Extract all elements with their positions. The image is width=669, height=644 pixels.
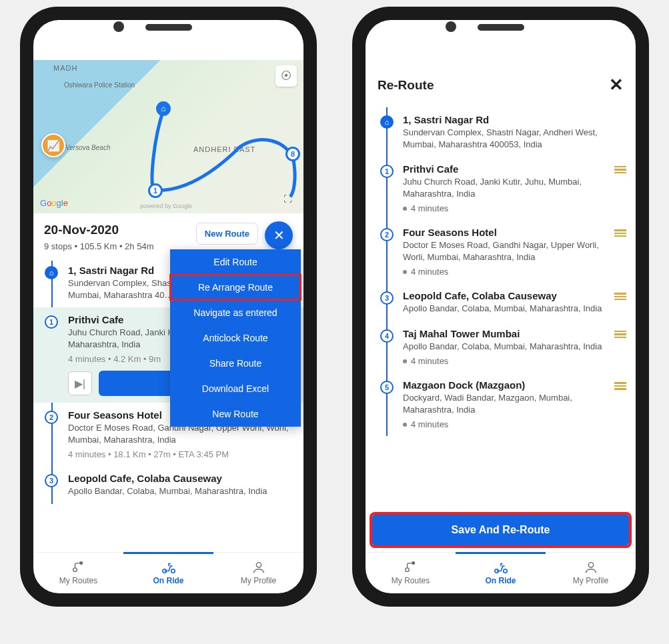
- stop-address: Apollo Bandar, Colaba, Mumbai, Maharasht…: [403, 303, 606, 315]
- svg-point-8: [503, 569, 507, 573]
- menu-rearrange-route[interactable]: Re Arrange Route: [170, 275, 301, 300]
- profile-icon: [584, 561, 598, 574]
- route-context-menu: Edit Route Re Arrange Route Navigate as …: [170, 249, 301, 427]
- map-marker-8[interactable]: 8: [285, 147, 300, 161]
- svg-point-6: [412, 562, 414, 565]
- reroute-stop-list[interactable]: ⌂ 1, Sastri Nagar Rd Sundervan Complex, …: [366, 102, 636, 511]
- route-header: 20-Nov-2020 9 stops • 105.5 Km • 2h 54m …: [33, 213, 303, 258]
- drag-handle-icon[interactable]: [614, 382, 626, 389]
- stop-number: 1: [45, 315, 58, 329]
- map-attribution: powered by Google: [140, 203, 192, 209]
- stop-number: 5: [380, 381, 394, 394]
- menu-share-route[interactable]: Share Route: [170, 351, 301, 376]
- reroute-item-home[interactable]: ⌂ 1, Sastri Nagar Rd Sundervan Complex, …: [366, 107, 636, 157]
- stop-number: 1: [380, 165, 394, 178]
- svg-point-3: [171, 569, 175, 573]
- stop-title: Prithvi Cafe: [403, 163, 606, 175]
- stop-number: 2: [380, 228, 394, 241]
- menu-download-excel[interactable]: Download Excel: [170, 376, 301, 401]
- stop-address: Apollo Bandar, Colaba, Mumbai, Maharasht…: [403, 341, 606, 353]
- reroute-item-3[interactable]: 3 Leopold Cafe, Colaba Causeway Apollo B…: [366, 283, 636, 321]
- stop-address: Juhu Church Road, Janki Kutir, Juhu, Mum…: [403, 176, 606, 199]
- home-icon: ⌂: [45, 266, 58, 279]
- svg-point-9: [588, 563, 593, 567]
- home-icon: ⌂: [380, 115, 394, 129]
- stop-meta: 4 minutes • 18.1 Km • 27m • ETA 3:45 PM: [68, 449, 294, 459]
- stop-eta: 4 minutes: [403, 203, 606, 213]
- phone-left: MADH Oshiwara Police Station Versova Bea…: [20, 7, 317, 607]
- menu-new-route[interactable]: New Route: [170, 401, 301, 427]
- new-route-button[interactable]: New Route: [196, 223, 258, 245]
- tab-my-profile[interactable]: My Profile: [546, 553, 636, 593]
- stop-title: Four Seasons Hotel: [403, 227, 606, 238]
- phone-speaker: [145, 24, 192, 31]
- stop-number: 4: [380, 329, 394, 343]
- tab-indicator: [456, 552, 546, 554]
- stop-eta: 4 minutes: [403, 419, 606, 429]
- drag-handle-icon[interactable]: [614, 293, 626, 300]
- reroute-item-2[interactable]: 2 Four Seasons Hotel Doctor E Moses Road…: [366, 220, 636, 283]
- reroute-item-1[interactable]: 1 Prithvi Cafe Juhu Church Road, Janki K…: [366, 157, 636, 220]
- reroute-header: Re-Route ✕: [366, 60, 636, 102]
- tab-my-profile[interactable]: My Profile: [213, 553, 303, 593]
- close-menu-fab[interactable]: ✕: [265, 221, 293, 249]
- stop-address: Apollo Bandar, Colaba, Mumbai, Maharasht…: [68, 485, 294, 497]
- stop-title: Mazgaon Dock (Mazgaon): [403, 379, 606, 391]
- stop-item-3[interactable]: 3 Leopold Cafe, Colaba Causeway Apollo B…: [33, 466, 303, 504]
- drag-handle-icon[interactable]: [614, 229, 626, 237]
- tab-on-ride[interactable]: On Ride: [123, 553, 213, 593]
- route-pin-icon: [71, 561, 86, 574]
- reroute-title: Re-Route: [378, 78, 434, 93]
- menu-anticlock-route[interactable]: Anticlock Route: [170, 325, 301, 351]
- reroute-item-5[interactable]: 5 Mazgaon Dock (Mazgaon) Dockyard, Wadi …: [366, 373, 636, 436]
- stop-number: 2: [45, 411, 58, 424]
- stop-eta: 4 minutes: [403, 356, 606, 366]
- close-icon[interactable]: ✕: [609, 75, 624, 95]
- tab-my-routes[interactable]: My Routes: [366, 553, 456, 593]
- screen-reroute: Re-Route ✕ ⌂ 1, Sastri Nagar Rd Sunderva…: [366, 60, 636, 593]
- screen-route-detail: MADH Oshiwara Police Station Versova Bea…: [33, 60, 303, 593]
- phone-camera: [446, 21, 456, 32]
- svg-point-4: [256, 563, 261, 567]
- stop-number: 3: [45, 474, 58, 487]
- tab-my-routes[interactable]: My Routes: [33, 553, 123, 593]
- svg-point-5: [405, 568, 409, 572]
- drag-handle-icon[interactable]: [614, 331, 626, 338]
- tab-indicator: [123, 552, 213, 554]
- save-reroute-button[interactable]: Save And Re-Route: [372, 515, 629, 545]
- bottom-tabs: My Routes On Ride My Profile: [366, 552, 636, 593]
- scooter-icon: [161, 561, 176, 574]
- profile-icon: [251, 561, 266, 574]
- phone-right: Re-Route ✕ ⌂ 1, Sastri Nagar Rd Sunderva…: [352, 7, 649, 607]
- bottom-tabs: My Routes On Ride My Profile: [33, 552, 303, 593]
- map-view[interactable]: MADH Oshiwara Police Station Versova Bea…: [33, 60, 303, 213]
- menu-edit-route[interactable]: Edit Route: [170, 249, 301, 275]
- stop-title: Leopold Cafe, Colaba Causeway: [403, 290, 606, 301]
- tab-on-ride[interactable]: On Ride: [456, 553, 546, 593]
- scooter-icon: [494, 561, 508, 574]
- stop-number: 3: [380, 291, 394, 305]
- phone-camera: [113, 21, 124, 32]
- map-marker-home[interactable]: ⌂: [156, 101, 171, 116]
- skip-next-icon[interactable]: ▶|: [68, 371, 92, 395]
- google-logo: Google: [40, 198, 68, 208]
- drag-handle-icon[interactable]: [614, 166, 626, 173]
- stop-address: Dockyard, Wadi Bandar, Mazgaon, Mumbai, …: [403, 392, 606, 415]
- stop-title: Leopold Cafe, Colaba Causeway: [68, 473, 294, 484]
- stop-title: 1, Sastri Nagar Rd: [403, 114, 606, 125]
- svg-point-1: [79, 562, 82, 565]
- phone-speaker: [478, 24, 524, 31]
- reroute-item-4[interactable]: 4 Taj Mahal Tower Mumbai Apollo Bandar, …: [366, 321, 636, 373]
- map-marker-1[interactable]: 1: [148, 183, 163, 198]
- stop-address: Doctor E Moses Road, Gandhi Nagar, Upper…: [403, 239, 606, 263]
- stop-address: Sundervan Complex, Shastri Nagar, Andher…: [403, 127, 606, 150]
- stop-title: Taj Mahal Tower Mumbai: [403, 328, 606, 339]
- stop-eta: 4 minutes: [403, 267, 606, 277]
- svg-point-0: [73, 568, 77, 572]
- route-pin-icon: [404, 561, 418, 574]
- menu-navigate-entered[interactable]: Navigate as entered: [170, 300, 301, 325]
